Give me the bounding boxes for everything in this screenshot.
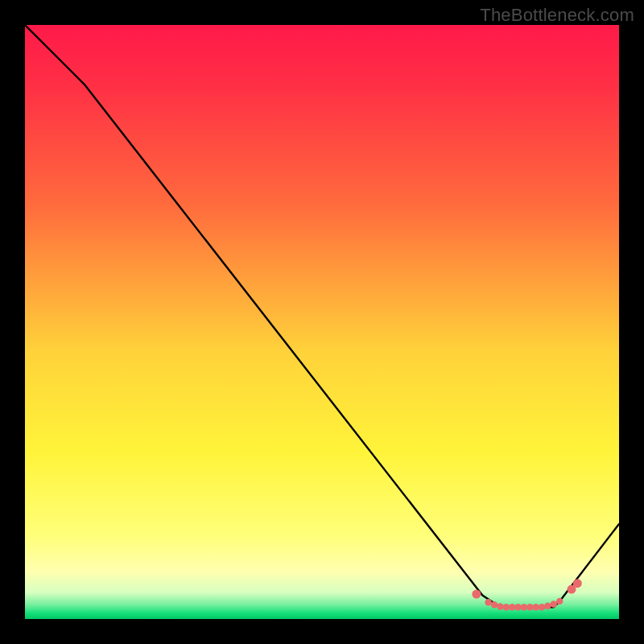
marker-dot — [485, 599, 491, 605]
marker-dot — [533, 604, 539, 610]
marker-dot — [514, 604, 521, 610]
marker-dot — [503, 604, 510, 610]
marker-dot — [539, 604, 545, 610]
marker-dot — [573, 579, 582, 588]
watermark-text: TheBottleneck.com — [480, 5, 634, 26]
marker-dot — [509, 604, 515, 610]
marker-dot — [497, 603, 503, 609]
marker-dot — [472, 590, 481, 599]
marker-dot — [526, 604, 533, 610]
marker-dot — [521, 604, 527, 610]
gradient-background — [25, 25, 619, 619]
chart-svg — [25, 25, 619, 619]
marker-dot — [551, 601, 557, 607]
chart-container: TheBottleneck.com — [0, 0, 644, 644]
marker-dot — [544, 603, 551, 609]
marker-dot — [556, 598, 563, 605]
marker-dot — [491, 601, 497, 608]
plot-area — [25, 25, 619, 619]
